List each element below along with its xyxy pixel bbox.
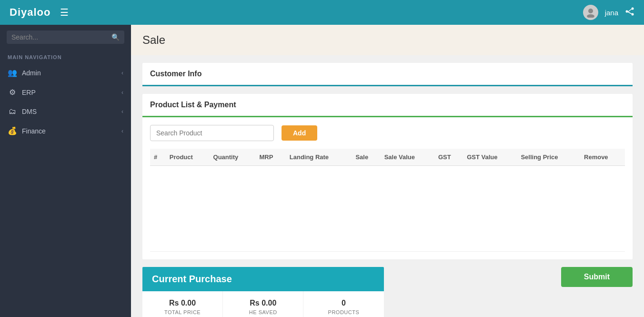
- add-product-button[interactable]: Add: [282, 125, 317, 141]
- sidebar-item-dms[interactable]: 🗂 DMS ‹: [0, 102, 131, 121]
- sidebar-search-container: 🔍: [0, 25, 131, 50]
- sidebar-item-label-admin: Admin: [22, 69, 41, 77]
- current-purchase-card: Current Purchase Rs 0.00 TOTAL PRICE Rs …: [142, 267, 384, 317]
- customer-info-header: Customer Info: [142, 63, 633, 86]
- col-landing-rate: Landing Rate: [286, 149, 352, 166]
- svg-point-0: [588, 9, 593, 13]
- svg-point-1: [587, 14, 594, 18]
- svg-line-5: [628, 9, 632, 12]
- col-hash: #: [150, 149, 166, 166]
- submit-area: Submit: [392, 267, 633, 287]
- svg-point-2: [632, 7, 634, 10]
- current-purchase-header: Current Purchase: [142, 267, 384, 291]
- search-icon: 🔍: [111, 33, 120, 41]
- menu-icon[interactable]: ☰: [60, 7, 69, 18]
- col-sale: Sale: [352, 149, 380, 166]
- table-body: [150, 166, 625, 252]
- product-search-input[interactable]: [150, 125, 274, 141]
- top-header: Diyaloo ☰ jana: [0, 0, 644, 25]
- admin-chevron-icon: ‹: [121, 70, 123, 76]
- stat-total-price-label: TOTAL PRICE: [148, 309, 217, 315]
- col-gst: GST: [434, 149, 463, 166]
- admin-icon: 👥: [8, 68, 17, 77]
- col-remove: Remove: [580, 149, 625, 166]
- current-purchase-body: Rs 0.00 TOTAL PRICE Rs 0.00 HE SAVED 0 P…: [142, 291, 384, 317]
- table-head: # Product Quantity MRP Landing Rate Sale…: [150, 149, 625, 166]
- page-title: Sale: [142, 33, 633, 47]
- username: jana: [605, 9, 618, 17]
- brand-name: Diyaloo: [10, 6, 50, 19]
- svg-point-3: [626, 10, 628, 12]
- table-empty-row: [150, 166, 625, 252]
- sidebar-search-wrapper: 🔍: [7, 31, 124, 44]
- col-product: Product: [166, 149, 210, 166]
- col-sale-value: Sale Value: [381, 149, 434, 166]
- avatar: [583, 5, 598, 20]
- erp-chevron-icon: ‹: [121, 89, 123, 96]
- product-list-body: Add # Product Quantity MRP Landing Rate …: [142, 117, 633, 259]
- dms-icon: 🗂: [8, 107, 17, 116]
- sidebar-item-finance[interactable]: 💰 Finance ‹: [0, 121, 131, 141]
- dms-chevron-icon: ‹: [121, 108, 123, 115]
- customer-info-card: Customer Info: [142, 63, 633, 86]
- product-table: # Product Quantity MRP Landing Rate Sale…: [150, 149, 625, 252]
- sidebar: 🔍 MAIN NAVIGATION 👥 Admin ‹ ⚙ ERP ‹ 🗂 DM…: [0, 25, 131, 317]
- stat-products-value: 0: [309, 299, 378, 307]
- erp-icon: ⚙: [8, 88, 17, 97]
- stat-he-saved: Rs 0.00 HE SAVED: [223, 291, 303, 317]
- current-purchase-section: Current Purchase Rs 0.00 TOTAL PRICE Rs …: [142, 267, 633, 317]
- stat-total-price: Rs 0.00 TOTAL PRICE: [142, 291, 223, 317]
- stat-he-saved-value: Rs 0.00: [229, 299, 297, 307]
- svg-point-4: [632, 13, 634, 15]
- col-mrp: MRP: [255, 149, 285, 166]
- table-header-row: # Product Quantity MRP Landing Rate Sale…: [150, 149, 625, 166]
- col-quantity: Quantity: [210, 149, 256, 166]
- share-icon[interactable]: [625, 7, 634, 19]
- stat-products: 0 PRODUCTS: [303, 291, 383, 317]
- page-body: Customer Info Product List & Payment Add…: [131, 55, 644, 317]
- app-body: 🔍 MAIN NAVIGATION 👥 Admin ‹ ⚙ ERP ‹ 🗂 DM…: [0, 25, 644, 317]
- sidebar-section-label: MAIN NAVIGATION: [0, 50, 131, 63]
- svg-line-6: [628, 12, 632, 14]
- stat-he-saved-label: HE SAVED: [229, 309, 297, 315]
- col-selling-price: Selling Price: [517, 149, 580, 166]
- main-content: Sale Customer Info Product List & Paymen…: [131, 25, 644, 317]
- sidebar-item-admin[interactable]: 👥 Admin ‹: [0, 63, 131, 82]
- product-list-card: Product List & Payment Add # Product Qua…: [142, 94, 633, 259]
- stat-total-price-value: Rs 0.00: [148, 299, 217, 307]
- stat-products-label: PRODUCTS: [309, 309, 378, 315]
- finance-icon: 💰: [8, 126, 17, 135]
- sidebar-item-label-finance: Finance: [22, 127, 46, 135]
- col-gst-value: GST Value: [463, 149, 517, 166]
- sidebar-item-label-dms: DMS: [22, 108, 37, 115]
- page-header: Sale: [131, 25, 644, 55]
- product-search-row: Add: [150, 125, 625, 141]
- sidebar-item-label-erp: ERP: [22, 89, 36, 96]
- submit-button[interactable]: Submit: [561, 267, 633, 287]
- header-right: jana: [583, 5, 634, 20]
- sidebar-search-input[interactable]: [11, 33, 109, 41]
- product-list-header: Product List & Payment: [142, 94, 633, 117]
- sidebar-item-erp[interactable]: ⚙ ERP ‹: [0, 82, 131, 102]
- finance-chevron-icon: ‹: [121, 128, 123, 134]
- table-empty-cell: [150, 166, 625, 252]
